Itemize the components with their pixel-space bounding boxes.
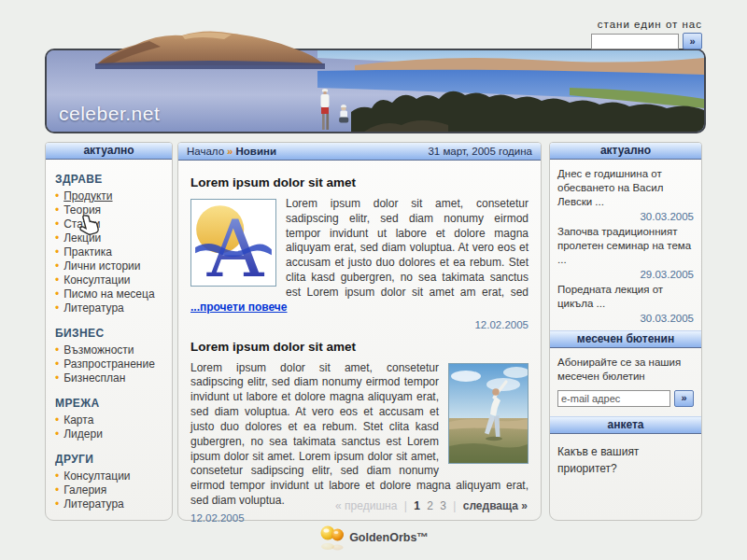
sidebar-item-lideri[interactable]: •Лидери [55, 427, 164, 441]
news-item[interactable]: Започва традиционният пролетен семинар н… [557, 225, 694, 280]
golden-orbs-icon [318, 524, 346, 552]
bullet-icon: • [55, 497, 59, 511]
article-date: 12.02.2005 [190, 319, 529, 330]
sidebar-item-lichni-istorii[interactable]: •Лични истории [55, 259, 164, 273]
sidebar-item-galeria[interactable]: •Галерия [55, 483, 164, 497]
article-title: Lorem ipsum dolor sit amet [190, 175, 529, 189]
sidebar-item-produkti[interactable]: •Продукти [55, 189, 164, 203]
bullet-icon: • [55, 203, 59, 217]
sidebar-item-pismo[interactable]: •Писмо на месеца [55, 287, 164, 301]
poll-question: Какъв е вашият приоритет? [550, 434, 701, 486]
news-date: 30.03.2005 [557, 313, 694, 324]
news-item[interactable]: Поредната лекция от цикъла ... 30.03.200… [557, 283, 694, 324]
join-submit-button[interactable]: » [683, 33, 702, 49]
bullet-icon: • [55, 287, 59, 301]
news-date: 30.03.2005 [557, 211, 694, 222]
newsletter-submit-button[interactable]: » [674, 390, 694, 407]
breadcrumb: Начало»Новини [187, 143, 276, 160]
breadcrumb-current: Новини [235, 146, 275, 157]
sidebar-item-lekcii[interactable]: •Лекции [55, 231, 164, 245]
sidebar-item-teoria[interactable]: •Теория [55, 203, 164, 217]
pagination-page-2[interactable]: 2 [427, 499, 433, 512]
news-section-title: актуално [550, 143, 701, 160]
menu-heading-business: БИЗНЕС [55, 327, 164, 340]
bullet-icon: • [55, 217, 59, 231]
sidebar-item-razprostranenie[interactable]: •Разпространение [55, 357, 164, 371]
bullet-icon: • [55, 259, 59, 273]
menu-heading-network: МРЕЖА [55, 397, 164, 410]
pagination: « предишна | 1 2 3 | следваща » [333, 499, 529, 512]
newsletter-email-input[interactable] [557, 390, 670, 407]
breadcrumb-bar: Начало»Новини 31 март, 2005 година [178, 143, 541, 161]
footer-brand: GoldenOrbs™ [349, 531, 429, 544]
read-more-link[interactable]: ...прочети повече [190, 301, 288, 314]
menu-heading-other: ДРУГИ [55, 453, 164, 466]
bullet-icon: • [55, 371, 59, 385]
site-logo: celeber.net [59, 103, 160, 125]
page-date: 31 март, 2005 година [428, 143, 532, 160]
pagination-page-1[interactable]: 1 [414, 499, 420, 512]
left-sidebar: актуално ЗДРАВЕ •Продукти •Теория •Стати… [45, 142, 173, 521]
sidebar-item-konsultacii-2[interactable]: •Консултации [55, 469, 164, 483]
news-date: 29.03.2005 [557, 269, 694, 280]
bullet-icon: • [55, 231, 59, 245]
newsletter-text: Абонирайте се за нашия месечен бюлетин [550, 348, 701, 390]
join-input[interactable] [591, 34, 679, 49]
breadcrumb-home[interactable]: Начало [187, 146, 224, 157]
bullet-icon: • [55, 413, 59, 427]
sidebar-item-literatura[interactable]: •Литература [55, 301, 164, 315]
main-menu: ЗДРАВЕ •Продукти •Теория •Статии •Лекции… [46, 160, 172, 511]
article-photo-exercise [448, 363, 529, 464]
sidebar-item-statii[interactable]: •Статии [55, 217, 164, 231]
bullet-icon: • [55, 427, 59, 441]
article-2: Lorem ipsum dolor sit amet [190, 340, 529, 524]
bullet-icon: • [55, 245, 59, 259]
breadcrumb-separator-icon: » [227, 146, 233, 157]
newsletter-section-title: месечен бютенин [550, 330, 701, 348]
sidebar-item-vazmozhnosti[interactable]: •Възможности [55, 343, 164, 357]
news-item[interactable]: Днес е годишнина от обесването на Васил … [557, 167, 694, 222]
footer: GoldenOrbs™ [0, 524, 747, 555]
bullet-icon: • [55, 343, 59, 357]
bullet-icon: • [55, 189, 59, 203]
sidebar-item-praktika[interactable]: •Практика [55, 245, 164, 259]
main-content: Начало»Новини 31 март, 2005 година Lorem… [177, 142, 542, 521]
articles-list: Lorem ipsum dolor sit amet A [178, 161, 541, 524]
bullet-icon: • [55, 357, 59, 371]
pagination-page-3[interactable]: 3 [440, 499, 446, 512]
join-label: стани един от нас [591, 19, 702, 30]
article-title: Lorem ipsum dolor sit amet [190, 340, 529, 354]
news-list: Днес е годишнина от обесването на Васил … [550, 160, 701, 330]
hand-cursor-icon [77, 211, 105, 241]
sidebar-item-literatura-2[interactable]: •Литература [55, 497, 164, 511]
right-sidebar: актуално Днес е годишнина от обесването … [549, 142, 702, 521]
sidebar-item-biznesplan[interactable]: •Бизнесплан [55, 371, 164, 385]
poll-section-title: анкета [550, 416, 701, 434]
bullet-icon: • [55, 301, 59, 315]
island-image [93, 26, 327, 69]
bullet-icon: • [55, 273, 59, 287]
left-sidebar-title: актуално [46, 143, 172, 160]
bullet-icon: • [55, 469, 59, 483]
menu-heading-health: ЗДРАВЕ [55, 173, 164, 186]
article-1: Lorem ipsum dolor sit amet A [190, 175, 529, 330]
article-thumbnail-letter-a: A [190, 199, 276, 287]
article-date: 12.02.2005 [190, 512, 529, 524]
bullet-icon: • [55, 483, 59, 497]
pagination-prev: « предишна [335, 499, 397, 512]
sidebar-item-konsultacii[interactable]: •Консултации [55, 273, 164, 287]
join-area: стани един от нас » [591, 19, 702, 49]
pagination-next[interactable]: следваща » [463, 499, 528, 512]
svg-text:A: A [206, 203, 265, 286]
sidebar-item-karta[interactable]: •Карта [55, 413, 164, 427]
